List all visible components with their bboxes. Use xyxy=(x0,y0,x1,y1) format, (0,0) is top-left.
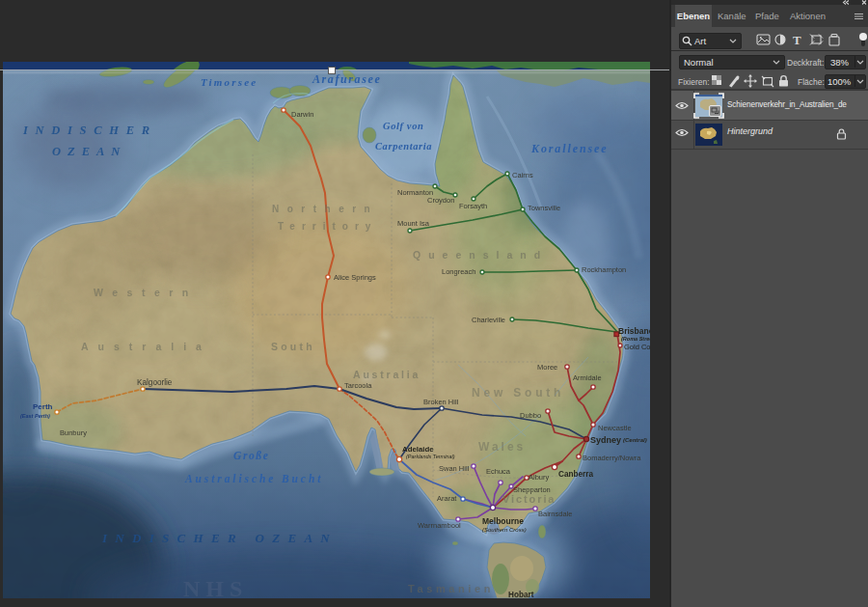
svg-text:Wales: Wales xyxy=(478,440,526,454)
svg-text:T: T xyxy=(793,33,801,46)
svg-text:Victoria: Victoria xyxy=(502,493,556,505)
svg-text:Adelaide: Adelaide xyxy=(402,445,434,454)
svg-text:Broken Hill: Broken Hill xyxy=(423,398,459,406)
svg-text:Canberra: Canberra xyxy=(558,470,593,479)
svg-text:Albury: Albury xyxy=(529,473,550,482)
svg-text:Newcastle: Newcastle xyxy=(598,424,632,432)
svg-text:Australia: Australia xyxy=(81,341,211,352)
svg-text:Cairns: Cairns xyxy=(512,171,533,179)
svg-text:Queensland: Queensland xyxy=(413,249,548,261)
svg-text:Swan Hill: Swan Hill xyxy=(439,464,470,473)
svg-text:Townsville: Townsville xyxy=(528,204,560,212)
svg-text:INDISCHER: INDISCHER xyxy=(22,124,157,137)
svg-text:Echuca: Echuca xyxy=(486,467,511,476)
svg-text:Dubbo: Dubbo xyxy=(520,411,541,420)
svg-text:Charleville: Charleville xyxy=(472,316,505,324)
svg-text:OZEAN: OZEAN xyxy=(52,145,126,158)
svg-text:New South: New South xyxy=(472,386,564,400)
svg-text:Darwin: Darwin xyxy=(291,110,313,119)
svg-text:(Parklands Terminal): (Parklands Terminal) xyxy=(406,454,455,459)
svg-text:Carpentaria: Carpentaria xyxy=(375,141,432,152)
svg-text:INDISCHER OZEAN: INDISCHER OZEAN xyxy=(101,531,338,545)
svg-text:Kalgoorlie: Kalgoorlie xyxy=(137,378,173,387)
svg-text:Große: Große xyxy=(233,450,269,461)
svg-text:Bunbury: Bunbury xyxy=(60,428,87,437)
svg-text:Timorsee: Timorsee xyxy=(201,76,258,88)
svg-text:Territory: Territory xyxy=(278,221,377,232)
svg-text:Australische Bucht: Australische Bucht xyxy=(184,473,323,484)
svg-text:Rockhampton: Rockhampton xyxy=(582,265,626,274)
svg-text:Western: Western xyxy=(94,287,198,298)
svg-text:Forsayth: Forsayth xyxy=(459,202,487,210)
svg-text:Korallensee: Korallensee xyxy=(530,142,609,155)
svg-text:(Central): (Central) xyxy=(623,437,647,443)
svg-text:Warrnambool: Warrnambool xyxy=(418,521,461,530)
svg-text:Melbourne: Melbourne xyxy=(482,516,524,526)
svg-text:Perth: Perth xyxy=(33,402,53,411)
svg-text:Croydon: Croydon xyxy=(427,196,454,205)
svg-text:Mount Isa: Mount Isa xyxy=(397,219,430,228)
svg-text:Ararat: Ararat xyxy=(437,494,457,503)
svg-text:Bomaderry/Nowra: Bomaderry/Nowra xyxy=(583,454,641,462)
svg-text:Hobart: Hobart xyxy=(508,591,534,598)
svg-text:Tarcoola: Tarcoola xyxy=(344,381,372,390)
svg-text:Brisbane: Brisbane xyxy=(618,326,650,336)
svg-text:Armidale: Armidale xyxy=(573,373,602,382)
svg-text:Arafurasee: Arafurasee xyxy=(312,72,381,86)
svg-text:(Roma Street): (Roma Street) xyxy=(621,336,650,342)
svg-text:Alice Springs: Alice Springs xyxy=(334,273,376,282)
svg-text:Golf von: Golf von xyxy=(383,121,423,131)
svg-text:South: South xyxy=(271,341,315,352)
svg-text:Bairnsdale: Bairnsdale xyxy=(538,510,572,518)
svg-text:Gold Coas: Gold Coas xyxy=(624,343,650,351)
svg-text:Shepparton: Shepparton xyxy=(513,485,551,494)
svg-text:(Southern Cross): (Southern Cross) xyxy=(482,527,527,533)
svg-text:Northern: Northern xyxy=(272,204,378,214)
svg-text:Moree: Moree xyxy=(537,363,557,372)
svg-text:(East Perth): (East Perth) xyxy=(20,413,50,419)
svg-text:Sydney: Sydney xyxy=(590,435,621,445)
svg-text:NHS: NHS xyxy=(183,576,248,598)
svg-text:Longreach: Longreach xyxy=(442,267,475,276)
svg-text:Tasmanien: Tasmanien xyxy=(408,583,494,594)
svg-text:Australia: Australia xyxy=(353,369,420,380)
